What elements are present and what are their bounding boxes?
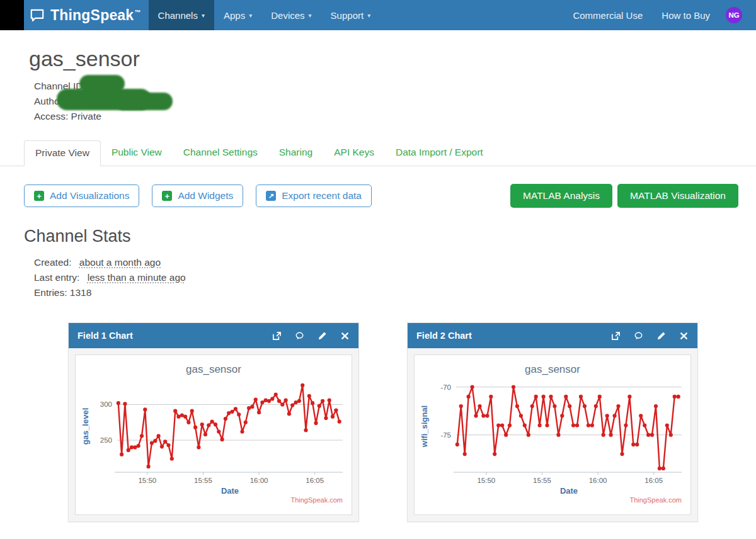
field1-panel-header: Field 1 Chart [69,323,358,348]
channel-stats-heading: Channel Stats [24,227,738,246]
svg-text:250: 250 [100,436,112,444]
svg-text:gas_level: gas_level [81,408,90,445]
tab-api-keys[interactable]: API Keys [323,140,385,166]
svg-text:gas_sensor: gas_sensor [525,363,580,375]
svg-text:-70: -70 [440,383,451,391]
svg-text:16:05: 16:05 [306,477,324,484]
tab-sharing[interactable]: Sharing [268,140,323,166]
top-navbar: ThingSpeak™ Channels▾ Apps▾ Devices▾ Sup… [0,0,756,30]
svg-text:15:50: 15:50 [477,477,495,484]
tab-channel-settings[interactable]: Channel Settings [173,140,268,166]
svg-text:ThingSpeak.com: ThingSpeak.com [290,496,343,504]
nav-item-channels[interactable]: Channels▾ [149,0,214,30]
matlab-visualization-button[interactable]: MATLAB Visualization [617,184,738,208]
svg-text:wifi_signal: wifi_signal [420,406,429,448]
nav-item-apps[interactable]: Apps▾ [214,0,261,30]
external-link-icon[interactable] [272,331,282,341]
chevron-down-icon: ▾ [309,12,312,19]
tab-data-import-export[interactable]: Data Import / Export [385,140,494,166]
close-icon[interactable] [340,331,350,341]
panel-icon-group [611,331,689,341]
charts-row: Field 1 Chart gas_sensor25030015:5015:55… [68,322,738,522]
chevron-down-icon: ▾ [249,12,252,19]
user-avatar[interactable]: NG [726,7,742,23]
stat-entries: Entries: 1318 [34,285,738,300]
panel-icon-group [272,331,350,341]
add-visualizations-button[interactable]: + Add Visualizations [24,184,139,207]
nav-item-support[interactable]: Support▾ [321,0,381,30]
navbar-right-group: Commercial Use How to Buy NG [563,0,756,30]
access-row: Access: Private [34,109,738,124]
matlab-buttons-group: MATLAB Analysis MATLAB Visualization [510,184,738,208]
svg-text:16:05: 16:05 [644,477,663,484]
last-entry-value: less than a minute ago [88,272,186,283]
svg-text:Date: Date [560,486,578,496]
svg-text:15:55: 15:55 [194,477,212,484]
chevron-down-icon: ▾ [367,12,370,19]
svg-text:15:50: 15:50 [138,477,156,484]
redaction-blob [115,93,173,110]
tab-private-view[interactable]: Private View [24,140,101,166]
channel-tabs: Private View Public View Channel Setting… [0,140,756,166]
stat-created: Created: about a month ago [34,255,738,270]
comment-icon[interactable] [295,331,304,341]
nav-item-how-to-buy[interactable]: How to Buy [652,10,719,21]
stat-last-entry: Last entry: less than a minute ago [34,270,738,285]
external-link-icon[interactable] [611,331,621,341]
channel-info: Channel ID: Author: Access: Private [34,79,738,124]
nav-item-commercial-use[interactable]: Commercial Use [563,10,652,21]
field2-panel-body: gas_sensor-70-7515:5015:5516:0016:05Date… [408,348,697,521]
matlab-analysis-button[interactable]: MATLAB Analysis [510,184,612,208]
close-icon[interactable] [679,331,689,341]
trademark-symbol: ™ [134,9,140,16]
corner-black-block [0,0,24,30]
plus-icon: + [162,191,172,201]
field1-chart-panel: Field 1 Chart gas_sensor25030015:5015:55… [68,322,359,522]
tab-public-view[interactable]: Public View [101,140,173,166]
field1-chart: gas_sensor25030015:5015:5516:0016:05Date… [75,355,352,515]
panel-title: Field 2 Chart [416,331,472,341]
chevron-down-icon: ▾ [202,12,205,19]
field2-panel-header: Field 2 Chart [408,323,697,348]
field1-panel-body: gas_sensor25030015:5015:5516:0016:05Date… [69,348,358,521]
field2-chart-panel: Field 2 Chart gas_sensor-70-7515:5015:55… [407,322,698,522]
export-arrow-icon: ↗ [266,191,276,201]
panel-title: Field 1 Chart [77,331,133,341]
comment-icon[interactable] [634,331,643,341]
svg-text:gas_sensor: gas_sensor [186,363,241,375]
svg-text:Date: Date [221,486,239,496]
edit-pencil-icon[interactable] [656,331,666,341]
created-value: about a month ago [79,257,161,268]
speech-bubble-logo-icon [29,7,45,23]
export-recent-data-button[interactable]: ↗ Export recent data [256,184,372,207]
add-widgets-button[interactable]: + Add Widgets [152,184,243,207]
channel-stats: Created: about a month ago Last entry: l… [34,255,738,300]
brand-name: ThingSpeak™ [50,7,141,24]
svg-text:16:00: 16:00 [250,477,268,484]
svg-text:15:55: 15:55 [533,477,551,484]
svg-text:-75: -75 [440,431,451,439]
edit-pencil-icon[interactable] [318,331,327,341]
svg-text:300: 300 [100,400,112,408]
page-title: gas_sensor [29,47,738,71]
plus-icon: + [34,191,44,201]
nav-item-devices[interactable]: Devices▾ [261,0,321,30]
svg-text:16:00: 16:00 [589,477,607,484]
thingspeak-logo[interactable]: ThingSpeak™ [24,0,149,30]
svg-text:ThingSpeak.com: ThingSpeak.com [629,496,682,504]
field2-chart: gas_sensor-70-7515:5015:5516:0016:05Date… [414,355,691,515]
toolbar: + Add Visualizations + Add Widgets ↗ Exp… [24,184,738,208]
